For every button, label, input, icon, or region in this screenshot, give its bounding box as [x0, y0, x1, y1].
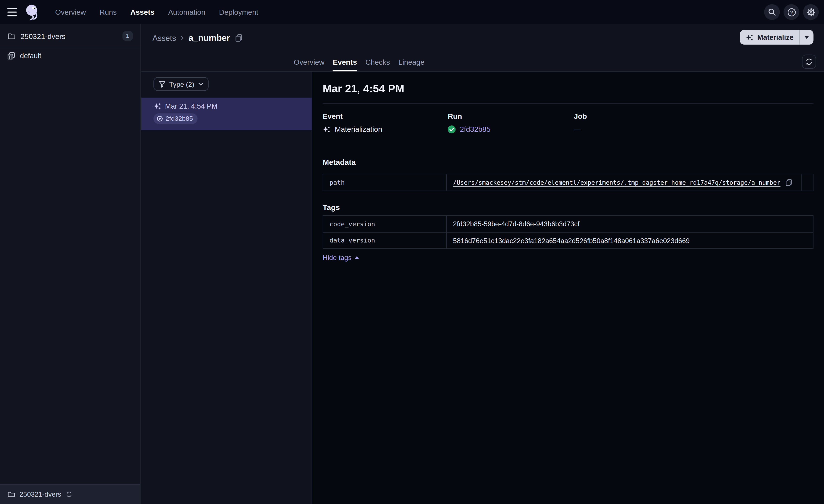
events-list-panel: Type (2) Mar 21, 4:54 PM	[141, 72, 312, 504]
top-nav: Overview Runs Assets Automation Deployme…	[0, 0, 824, 24]
tag-key: data_version	[323, 232, 447, 248]
gear-icon	[807, 8, 815, 16]
nav-automation[interactable]: Automation	[168, 8, 205, 16]
help-button[interactable]: ?	[784, 4, 799, 20]
dagster-app: Overview Runs Assets Automation Deployme…	[0, 0, 824, 504]
tag-value-cell: 5816d76e51c13dac22e3fa182a654aa2d526fb50…	[447, 232, 813, 248]
nav-deployment[interactable]: Deployment	[219, 8, 258, 16]
tab-events[interactable]: Events	[333, 52, 357, 72]
settings-button[interactable]	[803, 4, 819, 20]
run-value: 2fd32b85	[448, 125, 574, 133]
tags-table: code_version 2fd32b85-59be-4d7d-8d6e-943…	[323, 215, 813, 249]
event-detail-title: Mar 21, 4:54 PM	[323, 83, 813, 95]
asset-group-icon	[7, 52, 15, 59]
sidebar-footer: 250321-dvers	[0, 484, 140, 504]
metadata-key: path	[323, 174, 447, 191]
metadata-value-cell: /Users/smackesey/stm/code/elementl/exper…	[447, 174, 801, 191]
nav-assets[interactable]: Assets	[130, 8, 154, 16]
menu-icon[interactable]	[7, 8, 18, 16]
nav-runs[interactable]: Runs	[100, 8, 117, 16]
check-circle-icon	[448, 125, 455, 133]
tag-value-cell: 2fd32b85-59be-4d7d-8d6e-943b6b3d73cf	[447, 216, 813, 232]
run-column-label: Run	[448, 112, 574, 120]
svg-text:?: ?	[790, 9, 793, 15]
job-empty-value: —	[574, 125, 581, 133]
job-column: Job —	[574, 112, 814, 133]
tab-checks[interactable]: Checks	[366, 52, 390, 72]
sync-icon[interactable]	[66, 491, 72, 498]
event-item-header: Mar 21, 4:54 PM	[153, 102, 312, 110]
job-column-label: Job	[574, 112, 814, 120]
run-id-pill[interactable]: 2fd32b85	[153, 113, 198, 124]
tab-overview[interactable]: Overview	[294, 52, 324, 72]
event-type-value: Materialization	[323, 125, 448, 133]
sync-icon	[805, 58, 813, 66]
hide-tags-link[interactable]: Hide tags	[323, 254, 359, 261]
folder-icon	[7, 490, 15, 498]
code-location-label: 250321-dvers	[21, 32, 66, 40]
event-timestamp: Mar 21, 4:54 PM	[165, 102, 217, 110]
event-detail-panel: Mar 21, 4:54 PM Event Materialization	[312, 72, 824, 504]
event-summary: Event Materialization Run	[323, 112, 813, 133]
materialize-button[interactable]: Materialize	[740, 30, 799, 44]
breadcrumb-assets-link[interactable]: Assets	[152, 33, 176, 42]
metadata-path-link[interactable]: /Users/smackesey/stm/code/elementl/exper…	[453, 179, 781, 186]
footer-code-location-label: 250321-dvers	[19, 490, 61, 498]
chevron-down-icon	[198, 82, 203, 86]
chevron-right-icon: ›	[181, 33, 184, 42]
event-column: Event Materialization	[323, 112, 448, 133]
metadata-section-title: Metadata	[323, 158, 813, 166]
sidebar: 250321-dvers 1 default 250321-dv	[0, 24, 141, 504]
help-icon: ?	[787, 8, 796, 16]
materialize-split-button: Materialize	[740, 30, 814, 44]
copy-icon	[785, 179, 793, 186]
copy-asset-name-button[interactable]	[235, 34, 242, 42]
circle-dot-icon	[157, 116, 163, 122]
tag-value: 5816d76e51c13dac22e3fa182a654aa2d526fb50…	[453, 236, 690, 244]
sidebar-item-code-location[interactable]: 250321-dvers 1	[0, 24, 140, 48]
nav-overview[interactable]: Overview	[55, 8, 86, 16]
tag-key: code_version	[323, 216, 447, 232]
sidebar-item-default-group[interactable]: default	[0, 48, 140, 63]
event-type-label: Materialization	[335, 125, 382, 133]
event-column-label: Event	[323, 112, 448, 120]
metadata-actions-cell	[802, 174, 813, 191]
hide-tags-label: Hide tags	[323, 254, 351, 261]
sparkle-icon	[153, 102, 161, 110]
breadcrumb: Assets › a_number	[141, 24, 824, 51]
run-column: Run 2fd32b85	[448, 112, 574, 133]
tags-section-title: Tags	[323, 203, 813, 212]
refresh-button[interactable]	[802, 54, 816, 69]
caret-down-icon	[805, 36, 809, 38]
asset-header: Assets › a_number	[141, 24, 824, 72]
nav-actions: ?	[764, 4, 819, 20]
search-icon	[768, 8, 776, 16]
metadata-table: path /Users/smackesey/stm/code/elementl/…	[323, 174, 813, 191]
caret-up-icon	[354, 256, 359, 259]
divider	[323, 103, 813, 104]
copy-path-button[interactable]	[785, 179, 793, 186]
funnel-icon	[159, 81, 166, 88]
sparkle-icon	[323, 125, 330, 133]
dagster-logo-icon[interactable]	[24, 3, 40, 21]
type-filter-button[interactable]: Type (2)	[153, 77, 208, 91]
copy-icon	[235, 34, 242, 42]
folder-icon	[7, 32, 16, 40]
sparkle-icon	[746, 33, 753, 41]
asset-group-label: default	[20, 52, 41, 59]
event-list-item-selected[interactable]: Mar 21, 4:54 PM 2fd32b85	[141, 98, 312, 130]
tab-lineage[interactable]: Lineage	[398, 52, 425, 72]
materialize-label: Materialize	[757, 33, 794, 41]
run-id-label: 2fd32b85	[166, 115, 193, 122]
job-value: —	[574, 125, 814, 133]
page-title: a_number	[189, 33, 230, 43]
asset-tabs: Overview Events Checks Lineage	[294, 52, 425, 72]
primary-nav: Overview Runs Assets Automation Deployme…	[55, 8, 258, 16]
type-filter-label: Type (2)	[169, 80, 194, 88]
run-id-link[interactable]: 2fd32b85	[460, 125, 491, 133]
asset-count-badge: 1	[122, 31, 133, 41]
search-button[interactable]	[764, 4, 780, 20]
materialize-dropdown-button[interactable]	[800, 30, 813, 44]
tag-value: 2fd32b85-59be-4d7d-8d6e-943b6b3d73cf	[453, 220, 579, 228]
